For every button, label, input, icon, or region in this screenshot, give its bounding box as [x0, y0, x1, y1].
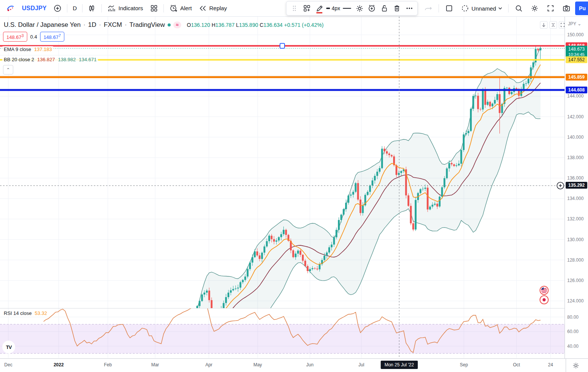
price-tick: 132.000 — [567, 216, 583, 222]
snapshot-button[interactable] — [559, 3, 574, 14]
layout-name: Unnamed — [471, 5, 496, 12]
color-pencil-button[interactable] — [314, 3, 325, 14]
replay-icon — [199, 5, 207, 12]
time-axis-settings-button[interactable] — [572, 362, 580, 369]
gear-icon — [355, 4, 364, 13]
rsi-tick: 60.00 — [567, 329, 579, 334]
symbol-header[interactable]: U.S. Dollar / Japanese Yen · 1D · FXCM ·… — [4, 21, 324, 29]
rsi-pane — [0, 305, 565, 353]
lock-drawing-button[interactable] — [379, 3, 390, 14]
economic-event-us-flag-icon[interactable] — [540, 286, 548, 294]
line-width-label: 4px — [331, 5, 340, 11]
bb-lower-value: 134.671 — [79, 57, 96, 62]
rsi-legend[interactable]: RSI 14 close 53.32 — [2, 310, 48, 316]
divider — [101, 4, 102, 12]
rsi-tick: 80.00 — [567, 315, 579, 320]
save-layout-button[interactable]: Unnamed — [458, 3, 505, 14]
bb-legend-name: BB 20 close 2 — [4, 57, 34, 62]
buy-price-button[interactable]: 148.677 — [40, 32, 64, 42]
bb-upper-value: 138.982 — [58, 57, 76, 62]
bb-basis-value: 136.827 — [37, 57, 55, 62]
replay-label: Replay — [209, 5, 227, 11]
chevron-down-icon — [498, 7, 502, 10]
divider — [163, 4, 164, 12]
ohlc-values: O136.120 H136.787 L135.890 C136.634 +0.5… — [187, 22, 324, 28]
indicator-templates-icon[interactable] — [147, 3, 161, 14]
header-interval: 1D — [88, 21, 96, 29]
gear-icon — [572, 362, 580, 369]
currency-toggle[interactable]: JPY ⌄ — [568, 21, 581, 26]
divider — [82, 4, 82, 12]
separator-dot: · — [124, 21, 127, 29]
price-tick: 130.000 — [567, 237, 583, 242]
publish-button[interactable]: Pu — [575, 2, 588, 15]
indicators-button[interactable]: Indicators — [104, 3, 146, 14]
price-tick: 134.000 — [567, 196, 583, 201]
tradingview-app: USDJPY D Indicators — [0, 0, 588, 372]
sell-price-button[interactable]: 148.673 — [3, 32, 27, 42]
legend-collapse-button[interactable]: ⌃ — [3, 65, 13, 74]
alarm-plus-icon — [367, 4, 376, 13]
pane-controls — [540, 21, 566, 29]
replay-button[interactable]: Replay — [196, 3, 230, 14]
countdown: 10:34:45 — [568, 52, 585, 57]
drawing-floating-toolbar: 4px — [286, 1, 418, 16]
drawing-settings-button[interactable] — [354, 3, 365, 14]
level-price-badge: 144.608 — [566, 87, 587, 93]
time-tick: Oct — [513, 362, 520, 367]
delete-drawing-button[interactable] — [391, 3, 403, 14]
price-tick: 138.000 — [567, 155, 583, 160]
compare-add-icon[interactable] — [50, 3, 65, 14]
pane-separator[interactable] — [0, 308, 565, 308]
price-tick: 124.000 — [567, 298, 583, 304]
price-tick: 128.000 — [567, 257, 583, 263]
price-tick: 144.000 — [567, 93, 583, 99]
indicators-icon — [107, 4, 116, 12]
scroll-to-recent-button[interactable] — [540, 21, 548, 29]
line-style-button[interactable] — [341, 3, 353, 14]
header-exchange: FXCM — [104, 21, 122, 29]
add-to-favorites-icon[interactable] — [301, 3, 313, 14]
settings-button[interactable] — [527, 3, 542, 14]
chart-style-candles-icon[interactable] — [85, 3, 99, 14]
economic-event-jp-flag-icon[interactable] — [540, 296, 548, 304]
alarm-clock-icon — [169, 4, 178, 12]
more-options-button[interactable] — [404, 3, 415, 14]
layout-select-icon[interactable] — [442, 3, 456, 14]
tradingview-watermark: TV — [2, 341, 15, 353]
collapse-pane-button[interactable] — [549, 21, 557, 29]
drag-handle[interactable] — [289, 3, 300, 14]
line-width-button[interactable]: 4px — [326, 3, 340, 14]
time-tick: Apr — [205, 362, 213, 367]
fullscreen-button[interactable] — [543, 3, 558, 14]
symbol-title: U.S. Dollar / Japanese Yen — [4, 21, 81, 29]
interval-button[interactable]: D — [70, 3, 80, 13]
time-tick: 2022 — [54, 362, 64, 367]
rsi-legend-value: 53.32 — [35, 310, 47, 316]
redo-button[interactable] — [421, 3, 436, 14]
price-tick: 150.000 — [567, 32, 583, 37]
bb-legend[interactable]: BB 20 close 2 136.827 138.982 134.671 — [2, 56, 98, 63]
crosshair-plus-button[interactable] — [557, 182, 564, 189]
drawing-anchor-handle[interactable] — [280, 43, 285, 48]
trash-icon — [393, 4, 401, 12]
add-alert-on-drawing-button[interactable] — [366, 3, 378, 14]
ema-legend[interactable]: EMA 9 close 137.183 — [2, 46, 53, 53]
alert-button[interactable]: Alert — [166, 3, 195, 14]
separator-dot: · — [99, 21, 101, 29]
symbol-button[interactable]: USDJPY — [19, 3, 50, 13]
price-tick: 126.000 — [567, 278, 583, 283]
search-button[interactable] — [512, 3, 526, 14]
time-axis[interactable]: Mon 25 Jul '22 Dec2022FebMarAprMayJunJul… — [0, 358, 588, 372]
price-axis[interactable]: JPY ⌄ 150.000144.000142.000140.000138.00… — [565, 17, 588, 358]
ellipsis-icon — [406, 7, 413, 9]
separator-dot: · — [83, 21, 86, 29]
bid-ask-row: 148.673 0.4 148.677 — [3, 32, 64, 42]
time-tick: Jul — [358, 362, 364, 367]
tradingview-logo-icon[interactable] — [3, 2, 18, 14]
cloud-dashed-icon — [461, 4, 469, 12]
ema-legend-name: EMA 9 close — [4, 46, 31, 52]
last-price-badge: 148.67310:34:45 — [566, 46, 587, 58]
chart-pane[interactable] — [0, 17, 565, 358]
delayed-data-badge: ≈ — [173, 22, 181, 28]
